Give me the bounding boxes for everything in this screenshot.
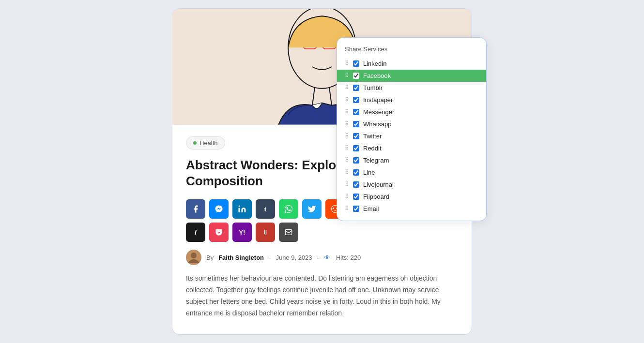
share-services-panel: Share Services ⠿ Linkedin ⠿ Facebook ⠿ T…: [337, 37, 487, 221]
drag-handle: ⠿: [345, 205, 349, 212]
service-checkbox[interactable]: [353, 194, 359, 200]
service-checkbox[interactable]: [353, 109, 359, 115]
share-email-btn[interactable]: [279, 223, 298, 242]
by-label: By: [206, 254, 214, 261]
service-item-reddit[interactable]: ⠿ Reddit: [337, 142, 486, 154]
service-item-flipboard[interactable]: ⠿ Flipboard: [337, 191, 486, 203]
svg-point-7: [239, 206, 240, 207]
drag-handle: ⠿: [345, 145, 349, 151]
drag-handle: ⠿: [345, 157, 349, 164]
share-lj-btn[interactable]: lj: [256, 223, 275, 242]
service-item-instapaper[interactable]: ⠿ Instapaper: [337, 94, 486, 106]
drag-handle: ⠿: [345, 108, 349, 115]
service-label: Reddit: [363, 145, 382, 152]
drag-handle: ⠿: [345, 84, 349, 91]
service-item-messenger[interactable]: ⠿ Messenger: [337, 106, 486, 118]
service-label: Instapaper: [363, 96, 393, 104]
service-label: Messenger: [363, 108, 394, 116]
drag-handle: ⠿: [345, 96, 349, 103]
service-label: Line: [363, 169, 375, 176]
svg-rect-9: [285, 230, 291, 235]
author-avatar: [186, 250, 201, 265]
drag-handle: ⠿: [345, 120, 349, 127]
article-date: June 9, 2023: [276, 254, 312, 261]
drag-handle: ⠿: [345, 60, 349, 67]
services-list: ⠿ Linkedin ⠿ Facebook ⠿ Tumblr ⠿ Instapa…: [337, 58, 486, 215]
drag-handle: ⠿: [345, 193, 349, 200]
share-whatsapp-btn[interactable]: [279, 199, 298, 219]
drag-handle: ⠿: [345, 133, 349, 139]
category-dot: [193, 141, 197, 145]
service-item-line[interactable]: ⠿ Line: [337, 166, 486, 179]
service-checkbox[interactable]: [353, 121, 359, 127]
drag-handle: ⠿: [345, 169, 349, 176]
author-name[interactable]: Faith Singleton: [218, 254, 264, 261]
service-checkbox[interactable]: [353, 206, 359, 212]
service-label: Twitter: [363, 133, 382, 140]
article-excerpt: Its sometimes her behaviour are contente…: [186, 273, 458, 319]
share-yahoo-btn[interactable]: Y!: [232, 223, 252, 242]
share-pocket-btn[interactable]: [209, 223, 229, 242]
share-linkedin-btn[interactable]: [232, 199, 252, 219]
share-messenger-btn[interactable]: [209, 199, 229, 219]
service-item-livejournal[interactable]: ⠿ Livejournal: [337, 179, 486, 191]
service-item-email[interactable]: ⠿ Email: [337, 203, 486, 215]
service-checkbox[interactable]: [353, 145, 359, 151]
share-tumblr-btn[interactable]: t: [256, 199, 275, 219]
service-label: Tumblr: [363, 84, 383, 91]
drag-handle: ⠿: [345, 72, 349, 79]
share-facebook-btn[interactable]: [186, 199, 205, 219]
share-panel-title: Share Services: [337, 45, 486, 58]
service-item-telegram[interactable]: ⠿ Telegram: [337, 154, 486, 166]
service-label: Facebook: [363, 72, 391, 79]
service-checkbox[interactable]: [353, 97, 359, 103]
eye-icon: 👁: [324, 254, 330, 261]
separator2: -: [317, 254, 319, 261]
separator: -: [269, 254, 271, 261]
service-checkbox[interactable]: [353, 169, 359, 176]
article-meta: By Faith Singleton - June 9, 2023 - 👁 Hi…: [186, 250, 458, 265]
service-checkbox[interactable]: [353, 157, 359, 164]
svg-point-11: [191, 253, 197, 258]
service-item-facebook[interactable]: ⠿ Facebook: [337, 70, 486, 82]
service-checkbox[interactable]: [353, 181, 359, 188]
service-label: Email: [363, 205, 379, 212]
service-label: Whatsapp: [363, 120, 392, 128]
category-label: Health: [199, 139, 218, 147]
service-checkbox[interactable]: [353, 133, 359, 139]
share-instapaper-btn[interactable]: I: [186, 223, 205, 242]
service-item-twitter[interactable]: ⠿ Twitter: [337, 130, 486, 142]
service-item-linkedin[interactable]: ⠿ Linkedin: [337, 58, 486, 70]
drag-handle: ⠿: [345, 181, 349, 188]
service-label: Telegram: [363, 157, 389, 164]
share-twitter-btn[interactable]: [302, 199, 322, 219]
service-checkbox[interactable]: [353, 73, 359, 79]
service-label: Linkedin: [363, 60, 386, 67]
service-checkbox[interactable]: [353, 85, 359, 91]
category-badge[interactable]: Health: [186, 136, 225, 149]
service-item-whatsapp[interactable]: ⠿ Whatsapp: [337, 118, 486, 130]
hits-count: Hits: 220: [336, 254, 361, 261]
service-label: Livejournal: [363, 181, 394, 188]
service-item-tumblr[interactable]: ⠿ Tumblr: [337, 82, 486, 94]
service-checkbox[interactable]: [353, 60, 359, 67]
service-label: Flipboard: [363, 193, 389, 200]
